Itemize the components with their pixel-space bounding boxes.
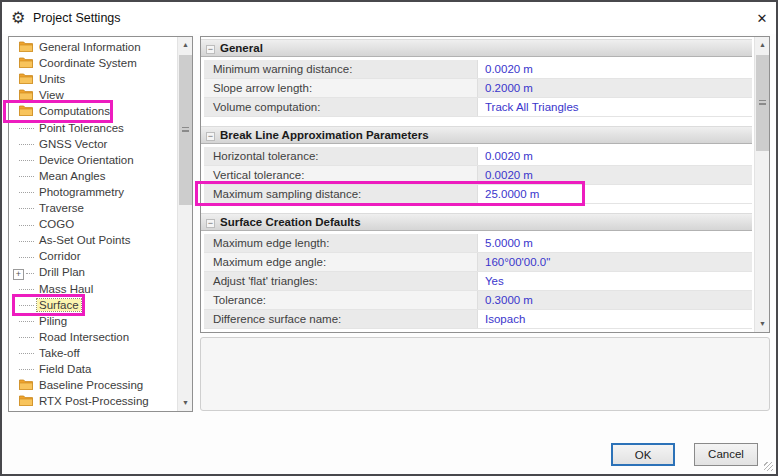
tree-item-gnss-vector[interactable]: GNSS Vector [9, 136, 177, 152]
setting-value[interactable]: 0.3000 m [478, 291, 752, 309]
settings-tree-panel: General InformationCoordinate SystemUnit… [8, 36, 193, 412]
cancel-button[interactable]: Cancel [694, 443, 758, 466]
tree-item-general-information[interactable]: General Information [9, 39, 177, 55]
tree-item-label: Point Tolerances [37, 122, 126, 134]
setting-row-tolerance[interactable]: Tolerance:0.3000 m [204, 291, 752, 310]
ok-button[interactable]: OK [611, 443, 675, 466]
tree-item-label: Drill Plan [37, 266, 87, 278]
setting-label: Horizontal tolerance: [204, 147, 478, 165]
setting-row-maximum-edge-length[interactable]: Maximum edge length:5.0000 m [204, 234, 752, 253]
tree-item-label: As-Set Out Points [37, 234, 132, 246]
settings-grid-panel: −GeneralMinimum warning distance:0.0020 … [200, 36, 770, 333]
grid-scrollbar-thumb[interactable] [756, 55, 769, 151]
tree-connector-icon [19, 289, 34, 290]
tree-item-field-data[interactable]: Field Data [9, 361, 177, 377]
setting-row-slope-arrow-length[interactable]: Slope arrow length:0.2000 m [204, 79, 752, 98]
tree-connector-icon [19, 192, 34, 193]
tree-item-computations[interactable]: Computations [9, 103, 177, 119]
tree-item-device-orientation[interactable]: Device Orientation [9, 152, 177, 168]
tree-item-view[interactable]: View [9, 87, 177, 103]
scroll-up-icon[interactable]: ▲ [178, 37, 193, 53]
tree-connector-icon [19, 225, 34, 226]
close-icon[interactable]: ✕ [750, 7, 774, 31]
tree-scrollbar-thumb[interactable] [179, 55, 192, 205]
setting-row-adjust-flat-triangles[interactable]: Adjust 'flat' triangles:Yes [204, 272, 752, 291]
tree-connector-icon [19, 353, 34, 354]
setting-value[interactable]: 5.0000 m [478, 234, 752, 252]
tree-item-piling[interactable]: Piling [9, 313, 177, 329]
grid-scrollbar[interactable]: ▲ ▼ [754, 37, 769, 332]
setting-value[interactable]: 160°00'00.0" [478, 253, 752, 271]
folder-icon [19, 378, 34, 394]
collapse-minus-icon[interactable]: − [206, 45, 215, 54]
setting-value[interactable]: Yes [478, 272, 752, 290]
scrollbar-grip-icon [182, 127, 189, 132]
tree-connector-icon [19, 144, 34, 145]
section-header-general[interactable]: −General [201, 39, 752, 57]
tree-connector-icon [19, 337, 34, 338]
section-header-break-line-approximation-parameters[interactable]: −Break Line Approximation Parameters [201, 126, 752, 144]
tree-item-photogrammetry[interactable]: Photogrammetry [9, 184, 177, 200]
setting-row-horizontal-tolerance[interactable]: Horizontal tolerance:0.0020 m [204, 147, 752, 166]
setting-label: Maximum edge length: [204, 234, 478, 252]
scroll-down-icon[interactable]: ▼ [178, 395, 193, 411]
tree-item-units[interactable]: Units [9, 71, 177, 87]
folder-icon [19, 40, 34, 56]
setting-description-panel [200, 337, 770, 411]
tree-item-label: General Information [37, 41, 143, 53]
tree-item-label: Surface [37, 299, 81, 311]
tree-item-label: GNSS Vector [37, 138, 109, 150]
section-break-line-approximation-parameters: −Break Line Approximation ParametersHori… [201, 126, 754, 204]
setting-label: Slope arrow length: [204, 79, 478, 97]
window-title: Project Settings [33, 2, 121, 34]
setting-row-difference-surface-name[interactable]: Difference surface name:Isopach [204, 310, 752, 329]
tree-item-cogo[interactable]: COGO [9, 216, 177, 232]
tree-scrollbar[interactable]: ▲ ▼ [177, 37, 192, 411]
tree-item-mean-angles[interactable]: Mean Angles [9, 168, 177, 184]
setting-value[interactable]: 0.0020 m [478, 166, 752, 184]
tree-item-baseline-processing[interactable]: Baseline Processing [9, 377, 177, 393]
tree-item-coordinate-system[interactable]: Coordinate System [9, 55, 177, 71]
setting-row-vertical-tolerance[interactable]: Vertical tolerance:0.0020 m [204, 166, 752, 185]
setting-value[interactable]: 0.0020 m [478, 60, 752, 78]
tree-item-corridor[interactable]: Corridor [9, 248, 177, 264]
setting-row-volume-computation[interactable]: Volume computation:Track All Triangles [204, 98, 752, 117]
tree-item-as-set-out-points[interactable]: As-Set Out Points [9, 232, 177, 248]
tree-item-rtx-post-processing[interactable]: RTX Post-Processing [9, 393, 177, 409]
settings-rows: −GeneralMinimum warning distance:0.0020 … [201, 37, 754, 332]
folder-icon [19, 56, 34, 72]
tree-item-label: View [37, 89, 66, 101]
collapse-minus-icon[interactable]: − [206, 219, 215, 228]
tree-item-road-intersection[interactable]: Road Intersection [9, 329, 177, 345]
tree-connector-icon [26, 273, 34, 274]
resize-grip[interactable] [764, 462, 773, 471]
tree-item-mass-haul[interactable]: Mass Haul [9, 281, 177, 297]
setting-value[interactable]: 0.2000 m [478, 79, 752, 97]
tree-item-label: Mass Haul [37, 283, 95, 295]
tree-item-network-adjustment[interactable]: Network Adjustment [9, 409, 177, 411]
scroll-down-icon[interactable]: ▼ [755, 316, 770, 332]
tree-item-take-off[interactable]: Take-off [9, 345, 177, 361]
setting-value[interactable]: 25.0000 m [478, 185, 752, 203]
setting-value[interactable]: Track All Triangles [478, 98, 752, 116]
tree-item-drill-plan[interactable]: +Drill Plan [9, 264, 177, 280]
section-rows: Minimum warning distance:0.0020 mSlope a… [204, 60, 752, 117]
setting-row-maximum-edge-angle[interactable]: Maximum edge angle:160°00'00.0" [204, 253, 752, 272]
expand-plus-icon[interactable]: + [13, 269, 24, 280]
tree-item-traverse[interactable]: Traverse [9, 200, 177, 216]
scroll-up-icon[interactable]: ▲ [755, 37, 770, 53]
tree-connector-icon [19, 241, 34, 242]
tree-item-point-tolerances[interactable]: Point Tolerances [9, 120, 177, 136]
setting-label: Difference surface name: [204, 310, 478, 328]
setting-row-minimum-warning-distance[interactable]: Minimum warning distance:0.0020 m [204, 60, 752, 79]
setting-label: Minimum warning distance: [204, 60, 478, 78]
collapse-minus-icon[interactable]: − [206, 132, 215, 141]
setting-value[interactable]: Isopach [478, 310, 752, 328]
tree-item-surface[interactable]: Surface [9, 297, 177, 313]
section-title: General [220, 42, 263, 54]
tree-connector-icon [19, 257, 34, 258]
section-header-surface-creation-defaults[interactable]: −Surface Creation Defaults [201, 213, 752, 231]
setting-value[interactable]: 0.0020 m [478, 147, 752, 165]
tree-item-label: COGO [37, 218, 76, 230]
setting-row-maximum-sampling-distance[interactable]: Maximum sampling distance:25.0000 m [204, 185, 752, 204]
